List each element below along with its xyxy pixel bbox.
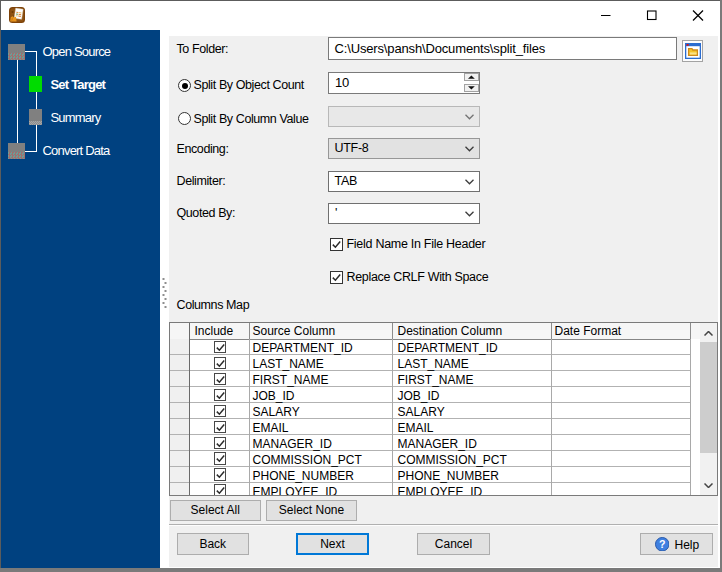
svg-text:?: ? (659, 538, 666, 550)
